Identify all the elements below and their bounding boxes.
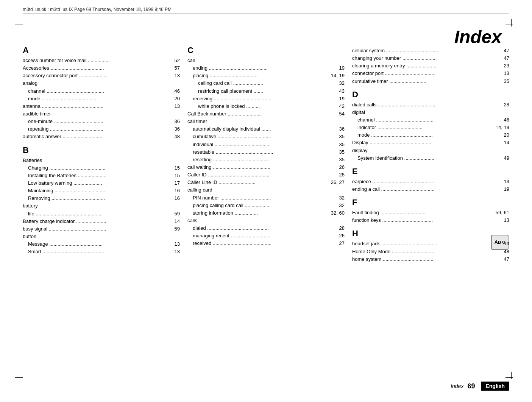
entry-page: 19 bbox=[338, 95, 345, 103]
header-bar: m3td_us.bk : m3td_us.IX Page 69 Thursday… bbox=[23, 7, 509, 14]
entry-text: PIN number .............................… bbox=[193, 194, 338, 202]
entry-text: restricting call placement ....... bbox=[198, 87, 338, 95]
entry-page: 59 bbox=[173, 225, 180, 233]
entry-text: call waiting ...........................… bbox=[187, 164, 338, 171]
entry-text: one-minute .............................… bbox=[28, 118, 173, 125]
index-entry: Call Back number .......................… bbox=[187, 110, 345, 118]
footer-label: Index bbox=[451, 383, 463, 389]
section-letter-a: A bbox=[23, 45, 180, 55]
entry-text: calling card bbox=[187, 186, 345, 194]
entry-page: 35 bbox=[338, 148, 345, 156]
index-entry: Accessories ............................… bbox=[23, 64, 180, 72]
section-letter-b: B bbox=[23, 145, 180, 155]
entry-text: home system ............................… bbox=[352, 256, 502, 263]
index-entry: function keys ..........................… bbox=[352, 217, 509, 224]
entry-text: audible timer bbox=[23, 110, 180, 118]
entry-text: dialed calls ...........................… bbox=[352, 101, 502, 109]
entry-text: indicator ..............................… bbox=[357, 124, 494, 131]
entry-text: mode ...................................… bbox=[28, 95, 173, 103]
content-area: Aaccess number for voice mail ..........… bbox=[23, 45, 509, 364]
index-entry: Low battery warning ....................… bbox=[23, 179, 180, 187]
corner-mark-tr bbox=[505, 19, 517, 30]
entry-text: dialed .................................… bbox=[193, 224, 338, 232]
entry-text: Fault finding ..........................… bbox=[352, 209, 494, 217]
index-entry: restricting call placement .......43 bbox=[187, 87, 345, 95]
entry-page: 32 bbox=[338, 79, 345, 87]
entry-page: 27 bbox=[338, 240, 345, 247]
entry-page: 13 bbox=[173, 103, 180, 110]
index-entry: Charging ...............................… bbox=[23, 164, 180, 172]
entry-text: Caller Line ID .........................… bbox=[187, 179, 329, 186]
index-entry: digital bbox=[352, 109, 509, 116]
entry-page: 32 bbox=[338, 194, 345, 202]
entry-page: 14, 19 bbox=[329, 72, 345, 79]
index-entry: Maintaining ............................… bbox=[23, 187, 180, 195]
index-entry: Caller ID ..............................… bbox=[187, 171, 345, 179]
index-entry: storing information .................32,… bbox=[187, 209, 345, 217]
index-entry: cellular system ........................… bbox=[352, 47, 509, 55]
index-entry: calling card call ......................… bbox=[187, 79, 345, 87]
index-entry: ending a call ..........................… bbox=[352, 185, 509, 193]
entry-text: while phone is locked .......... bbox=[198, 103, 338, 110]
entry-text: antenna ................................… bbox=[23, 103, 173, 110]
entry-page: 19 bbox=[502, 185, 509, 193]
index-entry: call waiting ...........................… bbox=[187, 164, 345, 171]
entry-text: received ...............................… bbox=[193, 240, 338, 247]
corner-mark-tl bbox=[15, 19, 27, 30]
entry-page: 26 bbox=[338, 164, 345, 171]
index-entry: indicator ..............................… bbox=[352, 124, 509, 131]
entry-text: Message ................................… bbox=[28, 240, 173, 248]
index-entry: Smart ..................................… bbox=[23, 248, 180, 256]
entry-page: 35 bbox=[338, 156, 345, 164]
entry-text: cellular system ........................… bbox=[352, 47, 502, 55]
entry-text: Call Back number .......................… bbox=[187, 110, 338, 118]
entry-text: clearing a memory entry ................… bbox=[352, 62, 502, 70]
entry-text: Caller ID ..............................… bbox=[187, 171, 338, 179]
index-entry: changing your number ...................… bbox=[352, 55, 509, 62]
entry-text: Installing the Batteries ...............… bbox=[28, 172, 173, 179]
entry-page: 14 bbox=[173, 218, 180, 225]
index-entry: Message ................................… bbox=[23, 240, 180, 248]
index-entry: life ...................................… bbox=[23, 210, 180, 218]
entry-page: 48 bbox=[502, 248, 509, 256]
section-letter-d: D bbox=[352, 90, 509, 100]
entry-text: placing calling card call ..............… bbox=[193, 202, 338, 209]
entry-text: channel ................................… bbox=[28, 87, 173, 95]
header-text: m3td_us.bk : m3td_us.IX Page 69 Thursday… bbox=[23, 7, 172, 12]
entry-text: digital bbox=[352, 109, 509, 116]
entry-text: busy signal ............................… bbox=[23, 225, 173, 233]
entry-text: life ...................................… bbox=[28, 210, 173, 218]
entry-text: button bbox=[23, 233, 180, 240]
entry-page: 32, 60 bbox=[329, 209, 345, 217]
entry-text: call timer bbox=[187, 118, 345, 125]
entry-page: 59, 61 bbox=[494, 209, 509, 217]
entry-page: 49 bbox=[502, 154, 509, 162]
index-entry: channel ................................… bbox=[23, 87, 180, 95]
entry-text: Battery charge indicator ...............… bbox=[23, 218, 173, 225]
entry-page: 28 bbox=[338, 171, 345, 179]
entry-page: 13 bbox=[502, 240, 509, 248]
entry-page: 13 bbox=[502, 178, 509, 185]
entry-text: call bbox=[187, 57, 345, 64]
entry-page: 26 bbox=[338, 232, 345, 240]
entry-text: Display ................................… bbox=[352, 139, 502, 146]
section-letter-c: C bbox=[187, 45, 345, 55]
index-entry: access number for voice mail ...........… bbox=[23, 57, 180, 64]
entry-page: 52 bbox=[173, 57, 180, 64]
index-entry: accessory connector port ...............… bbox=[23, 72, 180, 79]
index-entry: placing calling card call ..............… bbox=[187, 202, 345, 209]
entry-page: 57 bbox=[173, 64, 180, 72]
entry-text: ending a call ..........................… bbox=[352, 185, 502, 193]
index-entry: dialed .................................… bbox=[187, 224, 345, 232]
index-entry: analog bbox=[23, 79, 180, 87]
entry-page: 26, 27 bbox=[329, 179, 345, 186]
entry-text: headset jack ...........................… bbox=[352, 240, 502, 248]
entry-text: individual .............................… bbox=[193, 141, 338, 148]
index-entry: earpiece ...............................… bbox=[352, 178, 509, 185]
entry-text: Smart ..................................… bbox=[28, 248, 173, 256]
entry-page: 28 bbox=[502, 101, 509, 109]
entry-page: 46 bbox=[173, 87, 180, 95]
entry-text: repeating ..............................… bbox=[28, 125, 173, 133]
index-entry: PIN number .............................… bbox=[187, 194, 345, 202]
index-entry: calling card bbox=[187, 186, 345, 194]
